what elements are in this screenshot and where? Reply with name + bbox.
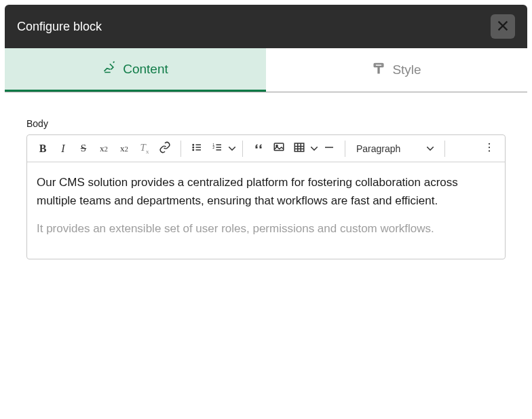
bullet-list-button[interactable] xyxy=(187,139,207,159)
tab-bar: Content Style xyxy=(5,48,527,92)
list-dropdown-caret[interactable] xyxy=(227,147,237,151)
bullet-list-icon xyxy=(191,141,203,156)
toolbar-group-block: Paragraph xyxy=(348,135,442,162)
rich-text-editor: B I S x2 x2 Tx xyxy=(26,134,506,259)
superscript-button[interactable]: x2 xyxy=(94,139,114,159)
more-options-button[interactable] xyxy=(479,139,499,159)
svg-point-2 xyxy=(193,147,194,148)
style-icon xyxy=(372,62,385,79)
svg-text:2: 2 xyxy=(212,145,214,149)
blockquote-button[interactable] xyxy=(248,139,269,159)
toolbar-divider xyxy=(242,141,243,157)
svg-point-21 xyxy=(489,147,490,148)
content-panel: Body B I S x2 x2 Tx xyxy=(5,92,527,259)
table-dropdown-caret[interactable] xyxy=(309,147,319,151)
svg-point-22 xyxy=(489,150,490,151)
ordered-list-icon: 12 xyxy=(211,141,223,156)
subscript-button[interactable]: x2 xyxy=(114,139,134,159)
clear-format-button[interactable]: Tx xyxy=(134,139,155,159)
editor-paragraph: Our CMS solution provides a centralized … xyxy=(37,173,495,210)
clear-format-icon: Tx xyxy=(140,142,149,155)
more-vertical-icon xyxy=(483,141,495,156)
modal-title: Configure block xyxy=(17,20,102,34)
tab-style[interactable]: Style xyxy=(266,48,527,92)
modal-header: Configure block xyxy=(5,5,527,48)
toolbar-group-insert xyxy=(246,135,342,162)
strikethrough-button[interactable]: S xyxy=(73,139,94,159)
toolbar-group-more xyxy=(476,135,502,162)
table-button[interactable] xyxy=(289,139,309,159)
link-button[interactable] xyxy=(155,139,175,159)
image-button[interactable] xyxy=(269,139,289,159)
italic-button[interactable]: I xyxy=(53,139,73,159)
tab-style-label: Style xyxy=(392,62,421,77)
content-icon xyxy=(102,60,116,77)
image-icon xyxy=(273,141,285,156)
close-icon xyxy=(495,18,510,35)
bold-button[interactable]: B xyxy=(33,139,53,159)
svg-rect-12 xyxy=(274,143,284,151)
editor-body[interactable]: Our CMS solution provides a centralized … xyxy=(27,162,505,259)
toolbar-divider xyxy=(180,141,181,157)
tab-content[interactable]: Content xyxy=(5,48,266,92)
hr-icon xyxy=(323,141,335,156)
svg-rect-14 xyxy=(294,143,304,151)
toolbar-group-lists: 12 xyxy=(184,135,240,162)
link-icon xyxy=(159,141,171,156)
svg-point-20 xyxy=(489,143,490,145)
close-button[interactable] xyxy=(491,14,515,39)
body-label: Body xyxy=(26,118,506,129)
svg-point-1 xyxy=(193,145,194,146)
svg-point-3 xyxy=(193,149,194,151)
configure-block-modal: Configure block Content Style Body B xyxy=(5,5,527,259)
tab-content-label: Content xyxy=(123,62,168,77)
horizontal-rule-button[interactable] xyxy=(319,139,339,159)
toolbar-divider xyxy=(345,141,345,157)
editor-paragraph: It provides an extensible set of user ro… xyxy=(37,219,495,238)
table-icon xyxy=(293,141,305,156)
ordered-list-button[interactable]: 12 xyxy=(207,139,227,159)
toolbar-group-format: B I S x2 x2 Tx xyxy=(30,135,178,162)
toolbar-divider xyxy=(444,141,445,157)
editor-toolbar: B I S x2 x2 Tx xyxy=(27,135,505,162)
block-format-select[interactable]: Paragraph xyxy=(351,139,439,158)
quote-icon xyxy=(252,141,265,156)
